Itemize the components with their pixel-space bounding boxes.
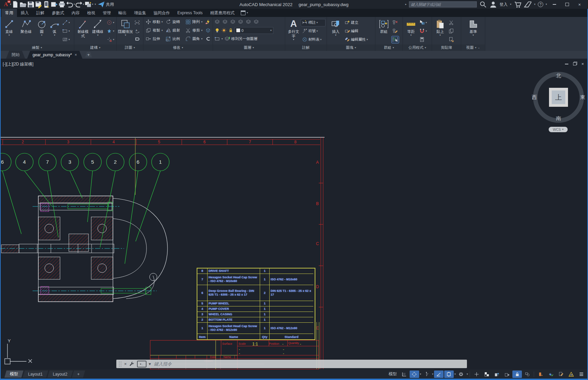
- panel-annotate-label[interactable]: 註解: [285, 44, 327, 51]
- copy-base-button[interactable]: [448, 36, 455, 43]
- 3d-box-button[interactable]: [204, 27, 212, 33]
- mirror-button[interactable]: 鏡射: [165, 27, 185, 33]
- table-row[interactable]: 7Hexagon Socket Head Cap Screw - ISO 476…: [197, 274, 315, 285]
- layer-thaw-sun-icon[interactable]: [221, 27, 227, 33]
- hide-situation-button[interactable]: 隱藏情況▾: [118, 18, 133, 44]
- bom-table[interactable]: 8DRIVE SHAFT1 7Hexagon Socket Head Cap S…: [197, 268, 315, 340]
- panel-construct-label[interactable]: 建構▾: [74, 44, 116, 51]
- search-button[interactable]: [479, 1, 487, 8]
- power-erase-button[interactable]: [204, 19, 212, 25]
- autodesk-apps-button[interactable]: [524, 1, 532, 8]
- layout-tab-layout1[interactable]: Layout1: [23, 371, 48, 378]
- qat-new-button[interactable]: [11, 1, 19, 8]
- model-space-button[interactable]: 模型: [387, 371, 399, 377]
- measure-button[interactable]: 等距▾: [404, 18, 418, 44]
- qat-undo-button[interactable]: [66, 1, 74, 8]
- search-expand-arrow[interactable]: ▸: [405, 3, 407, 6]
- wrench-customize-icon[interactable]: [129, 361, 135, 367]
- share-button[interactable]: [97, 1, 105, 8]
- ribbon-tab-collaborate[interactable]: 協同合作: [150, 9, 174, 17]
- insert-block-button[interactable]: 插入▾: [328, 18, 343, 44]
- ucs-icon[interactable]: Y: [5, 338, 32, 364]
- mtext-button[interactable]: A多行文字▾: [287, 18, 300, 44]
- viewport-config-button[interactable]: [482, 371, 491, 378]
- point-snap-button[interactable]: ▾: [418, 28, 428, 35]
- layout-tab-layout2[interactable]: Layout2: [47, 371, 73, 378]
- tab-close-icon[interactable]: ×: [75, 53, 77, 57]
- command-prompt-icon[interactable]: ▸_: [137, 361, 146, 367]
- quick-select-button[interactable]: ▾: [418, 19, 428, 26]
- group-button[interactable]: 群組: [377, 18, 391, 44]
- command-grip-handle[interactable]: [118, 361, 122, 367]
- create-block-button[interactable]: 建立: [344, 19, 374, 26]
- viewcube[interactable]: 北 西 東 南 上 WCS▾: [533, 72, 584, 135]
- table-row[interactable]: 3WHEEL CASING1: [197, 312, 315, 317]
- viewcube-west[interactable]: 西: [532, 94, 537, 101]
- ribbon-tab-express[interactable]: Express Tools: [174, 9, 206, 17]
- units-warning-button[interactable]: [566, 371, 576, 378]
- chamfer-clip-button[interactable]: [204, 36, 212, 42]
- command-line-bar[interactable]: × ▸_ ▾: [116, 360, 467, 368]
- layer-state-caret[interactable]: ▾: [221, 38, 223, 40]
- construction-circle-button[interactable]: ▾: [106, 19, 115, 26]
- qat-open-web-button[interactable]: [50, 1, 58, 8]
- file-tab-document[interactable]: gear_pump_subassy*×: [27, 51, 82, 59]
- viewcube-south[interactable]: 南: [533, 115, 584, 122]
- stretch-button[interactable]: 拉伸: [145, 36, 165, 42]
- layer-on-bulb-icon[interactable]: [214, 27, 220, 33]
- auto-construction-button[interactable]: ▾: [106, 28, 115, 35]
- layer-state-icon[interactable]: [214, 36, 220, 42]
- qat-layout-switch-button[interactable]: [84, 1, 92, 8]
- trim-button[interactable]: 修剪▾: [184, 27, 204, 33]
- new-drawing-tab-button[interactable]: +: [85, 52, 92, 57]
- graphics-performance-button[interactable]: [546, 371, 555, 378]
- table-row[interactable]: 8DRIVE SHAFT1: [197, 268, 315, 274]
- hatch-flyout-button[interactable]: ▾: [61, 36, 71, 43]
- command-close-icon[interactable]: ×: [124, 361, 127, 366]
- help-button[interactable]: ?: [538, 2, 543, 7]
- file-tab-start[interactable]: 開始: [6, 51, 25, 59]
- wcs-selector[interactable]: WCS▾: [549, 127, 568, 132]
- signin-avatar[interactable]: [489, 1, 497, 8]
- panel-layers-label[interactable]: 圖層▾: [213, 44, 285, 51]
- viewcube-east[interactable]: 東: [580, 94, 585, 101]
- drafting-settings-button[interactable]: [456, 371, 466, 378]
- layer-isolate-icon[interactable]: [238, 19, 243, 25]
- grid-display-toggle[interactable]: [399, 371, 409, 378]
- snap-caret[interactable]: ▾: [420, 373, 421, 376]
- qat-plot-mobile-button[interactable]: [42, 1, 50, 8]
- panel-block-label[interactable]: 圖塊▾: [327, 44, 375, 51]
- qat-customize-caret[interactable]: ▾: [95, 3, 96, 6]
- qat-save-button[interactable]: [27, 1, 35, 8]
- annotation-scale-up-button[interactable]: [492, 371, 502, 378]
- qat-print-button[interactable]: [58, 1, 66, 8]
- section-view-button[interactable]: [134, 19, 141, 26]
- move-to-layer-label[interactable]: 移到另一個圖層: [231, 36, 257, 41]
- rotate-button[interactable]: 旋轉: [165, 19, 185, 25]
- panel-utilities-label[interactable]: 公用程式▾: [403, 44, 432, 51]
- ribbon-tab-addins[interactable]: 增益集: [130, 9, 150, 17]
- drawing-canvas[interactable]: 2 3 4 5 6 7 8 A B C D E: [0, 59, 588, 369]
- polar-caret[interactable]: ▾: [432, 373, 433, 376]
- object-snap-toggle[interactable]: [444, 371, 454, 378]
- layout-switch-caret[interactable]: ▾: [92, 3, 93, 6]
- doc-restore-button[interactable]: [573, 62, 576, 65]
- customization-menu-button[interactable]: [576, 371, 586, 378]
- viewcube-north[interactable]: 北: [533, 73, 584, 79]
- panel-views-label[interactable]: 視圖▾⌄: [461, 44, 485, 51]
- fillet-button[interactable]: 圓角▾: [184, 36, 204, 42]
- selection-cycling-toggle[interactable]: [472, 371, 481, 378]
- ribbon-tab-output[interactable]: 輸出: [115, 9, 130, 17]
- move-to-layer-icon[interactable]: [224, 36, 230, 42]
- polar-tracking-toggle[interactable]: [422, 371, 431, 378]
- edit-attributes-button[interactable]: 編輯屬性▾: [344, 36, 374, 43]
- viewcube-top-face[interactable]: 上: [549, 88, 568, 107]
- symbol-button[interactable]: 符號▾: [301, 28, 325, 35]
- app-menu-button[interactable]: AM: [2, 1, 10, 8]
- panel-clipboard-label[interactable]: 剪貼簿: [432, 44, 461, 51]
- doc-close-button[interactable]: ×: [581, 61, 584, 66]
- gear-pump-assembly[interactable]: [0, 196, 168, 302]
- layer-selector[interactable]: 0▾: [235, 27, 273, 34]
- table-row[interactable]: 6Deep Groove Ball Bearing - DIN 625 T1 -…: [197, 285, 315, 301]
- help-search-input[interactable]: [409, 1, 477, 7]
